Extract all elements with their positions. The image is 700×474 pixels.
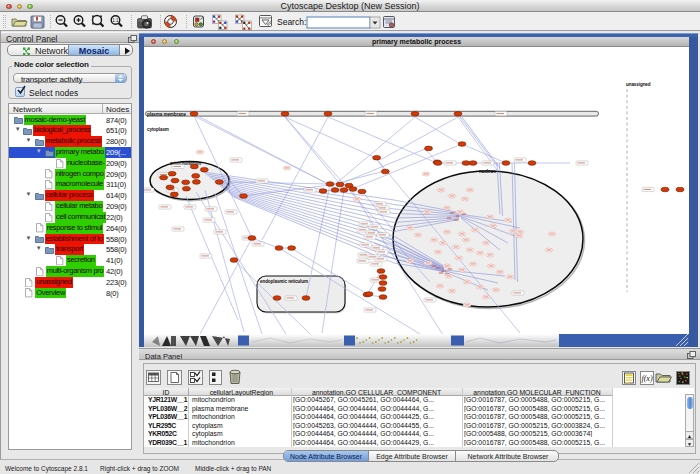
svg-text:f(x): f(x) <box>641 374 652 383</box>
svg-text:unassigned: unassigned <box>626 82 651 87</box>
svg-text:Search:: Search: <box>277 17 306 27</box>
svg-text:cytoplasm: cytoplasm <box>147 127 169 132</box>
svg-text:1:1: 1:1 <box>112 18 119 23</box>
svg-text:nucleus: nucleus <box>479 169 496 174</box>
svg-text:plasma membrane: plasma membrane <box>147 112 186 117</box>
svg-text:endoplasmic reticulum: endoplasmic reticulum <box>260 279 308 284</box>
